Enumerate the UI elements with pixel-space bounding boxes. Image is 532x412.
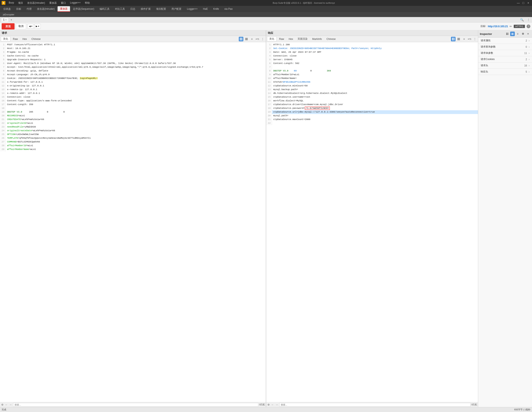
res-search-next-icon[interactable]: → [275, 403, 278, 407]
help-button[interactable]: ? [527, 25, 530, 28]
inspector-header: Inspector ≡ ⚙ × [478, 30, 532, 37]
target-url: http://10.0.103.21 [488, 25, 508, 28]
nav-extensions[interactable]: 插件扩展 [138, 6, 153, 12]
nav-intruder[interactable]: 攻击器(Intruder) [35, 6, 57, 12]
req-search-next-icon[interactable]: → [9, 403, 12, 407]
response-content[interactable]: 1HTTP/1.1 2002Set-Cookie: JSESSIONID=805… [266, 42, 478, 402]
req-more-icon[interactable]: ⋮ [260, 37, 265, 41]
inspector-chevron-body-params: › [529, 52, 530, 55]
nav-encoder[interactable]: 编码工具 [97, 6, 112, 12]
res-more-icon[interactable]: ⋮ [473, 37, 477, 41]
res-tab-render[interactable]: 页面渲染 [295, 37, 310, 41]
table-row: 15Connection: close [0, 95, 266, 99]
close-button[interactable]: × [526, 1, 530, 5]
edit-target-icon[interactable]: ✏ [510, 25, 512, 28]
res-tab-chinese[interactable]: Chinese [324, 37, 338, 41]
req-match-count: 0匹配 [259, 403, 265, 406]
inspector-row-res-headers[interactable]: 响应头 5 › [478, 69, 532, 75]
inspector-settings-icon[interactable]: ⚙ [521, 32, 525, 36]
res-search-prev-icon[interactable]: ← [271, 403, 274, 407]
http-version: HTTP/1 [514, 25, 525, 28]
req-tab-hex[interactable]: Hex [20, 37, 29, 41]
inspector-view-grid[interactable] [505, 32, 510, 36]
nav-proxy[interactable]: 代理 [24, 6, 34, 12]
res-view-menu[interactable]: ≡ [462, 37, 466, 41]
search-icon[interactable]: 🔍 [519, 18, 525, 22]
req-view-grid[interactable] [239, 37, 243, 41]
nav-xiaopao[interactable]: xia Pao [222, 7, 235, 11]
nav-comparer[interactable]: 对比工具 [113, 6, 127, 12]
request-content[interactable]: 1POST /seeyon/officeservlet HTTP/1.12Hos… [0, 42, 266, 402]
inspector-row-request-attrs[interactable]: 请求属性 2 › [478, 37, 532, 44]
res-search-input[interactable] [279, 403, 470, 407]
titlebar: B Burp 项目 攻击器(Intruder) 重放器 窗口 Logger++ … [0, 0, 532, 6]
res-tab-hex[interactable]: Hex [286, 37, 295, 41]
plugin-jsencrypter[interactable]: jsEncrypter [2, 13, 16, 16]
settings-icon[interactable]: ⋮ [526, 18, 531, 22]
right-and-inspector: 响应 美化 Raw Hex 页面渲染 MarkInfo Chinese ≡ ↵n [266, 30, 532, 407]
line-number: 21 [266, 118, 272, 121]
nav-dashboard[interactable]: 仪表盘 [1, 6, 13, 12]
req-tab-chinese[interactable]: Chinese [29, 37, 43, 41]
req-search-input[interactable] [13, 403, 258, 407]
send-button[interactable]: 发送 [2, 23, 15, 29]
inspector-count-res-headers: 5 [526, 70, 527, 73]
menu-repeater[interactable]: 重放器 [48, 1, 58, 5]
menu-logger[interactable]: Logger++ [68, 1, 82, 5]
table-row: 1POST /seeyon/officeservlet HTTP/1.1 [0, 43, 266, 47]
cancel-button[interactable]: 取消 [16, 23, 26, 29]
table-row: 28affairMemberId=wLoi [0, 144, 266, 148]
inspector-row-cookies[interactable]: 请求Cookies 2 › [478, 56, 532, 63]
nav-repeater[interactable]: 重放器 [57, 6, 70, 12]
menu-intruder[interactable]: 攻击器(Intruder) [26, 1, 47, 5]
inspector-view-list[interactable] [510, 32, 515, 36]
menu-window[interactable]: 窗口 [59, 1, 67, 5]
req-tab-beautify[interactable]: 美化 [1, 36, 10, 42]
tab-add-button[interactable]: + [9, 18, 14, 22]
tab-1[interactable]: 1 × [1, 18, 9, 22]
line-text: COMMAND=BSTLOIMSOCQwOV66 [6, 140, 266, 144]
next-button[interactable]: ▶ ▾ [34, 24, 41, 29]
res-search-settings-icon[interactable]: ⚙ [267, 403, 270, 407]
req-tab-raw[interactable]: Raw [11, 37, 20, 41]
line-text: ctpDataSource.driverClassName=com.mysql.… [272, 103, 478, 107]
nav-logger[interactable]: 日志 [128, 6, 138, 12]
inspector-row-req-headers[interactable]: 请求头 16 › [478, 63, 532, 69]
nav-hae[interactable]: HaE [200, 7, 210, 11]
menu-burp[interactable]: Burp [7, 1, 16, 5]
line-text: STATUS=0F9k2ZBUZPYiXcRRoV66 [272, 80, 478, 84]
line-text: OPTION=LKDxOWOWLIxwVIOW [6, 133, 266, 137]
res-tab-markinfo[interactable]: MarkInfo [310, 37, 324, 41]
titlebar-controls: — □ × [516, 1, 530, 5]
maximize-button[interactable]: □ [521, 1, 525, 5]
nav-logger-plus[interactable]: Logger++ [184, 7, 200, 11]
res-tab-raw[interactable]: Raw [277, 37, 286, 41]
minimize-button[interactable]: — [516, 1, 520, 5]
nav-project-options[interactable]: 项目配置 [153, 6, 169, 12]
req-view-menu[interactable]: ≡ [250, 37, 254, 41]
nav-sequencer[interactable]: 定序器(Sequencer) [70, 6, 97, 12]
inspector-row-query-params[interactable]: 请求查询参数 0 › [478, 44, 532, 50]
nav-knife[interactable]: Knife [211, 7, 221, 11]
res-indent-icon[interactable]: ↵n [467, 37, 472, 41]
inspector-title: Inspector [480, 32, 492, 36]
res-view-grid[interactable] [451, 37, 456, 41]
req-view-list[interactable] [244, 37, 249, 41]
line-text: originalFileId=wLoi [6, 121, 266, 125]
inspector-close-icon[interactable]: × [526, 32, 530, 36]
svg-rect-14 [506, 33, 507, 34]
menu-project[interactable]: 项目 [16, 1, 25, 5]
menu-help[interactable]: 帮助 [83, 1, 91, 5]
navbar: 仪表盘 目标 代理 攻击器(Intruder) 重放器 定序器(Sequence… [0, 6, 532, 12]
nav-user-options[interactable]: 用户配置 [169, 6, 184, 12]
req-search-prev-icon[interactable]: ← [5, 403, 8, 407]
nav-target[interactable]: 目标 [14, 6, 24, 12]
prev-button[interactable]: ◀ ▾ [28, 24, 34, 29]
req-search-settings-icon[interactable]: ⚙ [1, 403, 4, 407]
res-tab-beautify[interactable]: 美化 [267, 36, 277, 42]
req-indent-icon[interactable]: ↵n [255, 37, 260, 41]
tab-1-close[interactable]: × [5, 19, 7, 21]
res-view-list[interactable] [456, 37, 461, 41]
inspector-row-body-params[interactable]: 请求体参数 11 › [478, 50, 532, 56]
inspector-align-icon[interactable]: ≡ [515, 32, 520, 36]
